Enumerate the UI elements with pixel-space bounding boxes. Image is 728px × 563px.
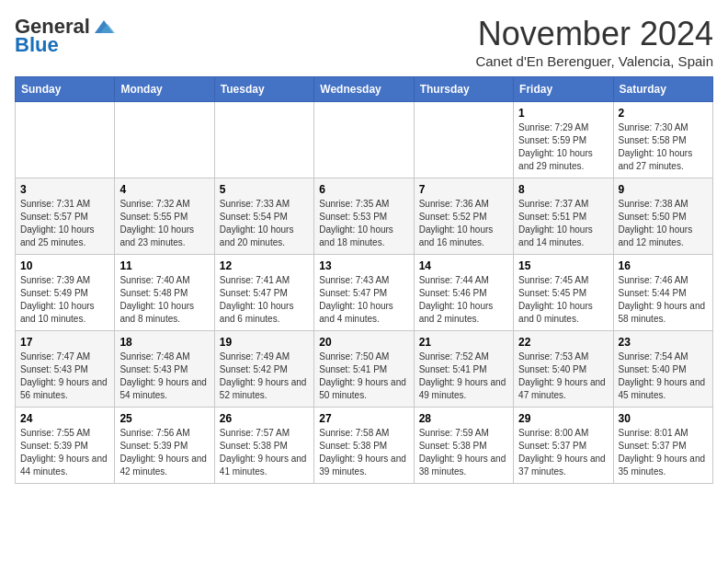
day-number: 14 (419, 259, 508, 272)
day-number: 7 (419, 183, 508, 196)
header-sunday: Sunday (16, 77, 115, 102)
title-block: November 2024 Canet d'En Berenguer, Vale… (475, 15, 713, 69)
day-info: Sunrise: 7:29 AMSunset: 5:59 PMDaylight:… (518, 122, 593, 171)
day-number: 22 (518, 336, 608, 349)
day-cell-3-3: 12Sunrise: 7:41 AMSunset: 5:47 PMDayligh… (214, 255, 313, 331)
day-cell-1-1 (16, 102, 115, 178)
day-cell-1-2 (115, 102, 214, 178)
day-info: Sunrise: 7:53 AMSunset: 5:40 PMDaylight:… (518, 351, 606, 400)
day-info: Sunrise: 8:01 AMSunset: 5:37 PMDaylight:… (619, 428, 706, 477)
day-number: 20 (319, 336, 408, 349)
day-info: Sunrise: 7:54 AMSunset: 5:40 PMDaylight:… (619, 351, 706, 400)
day-number: 2 (619, 107, 708, 120)
day-number: 17 (20, 336, 109, 349)
day-cell-3-1: 10Sunrise: 7:39 AMSunset: 5:49 PMDayligh… (16, 255, 115, 331)
header-thursday: Thursday (414, 77, 513, 102)
day-number: 21 (419, 336, 508, 349)
day-cell-4-5: 21Sunrise: 7:52 AMSunset: 5:41 PMDayligh… (414, 331, 513, 408)
day-cell-5-1: 24Sunrise: 7:55 AMSunset: 5:39 PMDayligh… (16, 408, 115, 484)
day-info: Sunrise: 7:35 AMSunset: 5:53 PMDaylight:… (319, 199, 393, 247)
day-info: Sunrise: 7:55 AMSunset: 5:39 PMDaylight:… (20, 428, 108, 477)
day-cell-1-6: 1Sunrise: 7:29 AMSunset: 5:59 PMDaylight… (514, 102, 613, 178)
header-wednesday: Wednesday (314, 77, 414, 102)
header-saturday: Saturday (613, 77, 712, 102)
day-number: 18 (119, 336, 209, 349)
day-info: Sunrise: 7:45 AMSunset: 5:45 PMDaylight:… (518, 275, 593, 324)
day-cell-3-6: 15Sunrise: 7:45 AMSunset: 5:45 PMDayligh… (514, 255, 613, 331)
day-cell-3-4: 13Sunrise: 7:43 AMSunset: 5:47 PMDayligh… (314, 255, 414, 331)
logo: General Blue (15, 15, 117, 57)
day-info: Sunrise: 7:31 AMSunset: 5:57 PMDaylight:… (20, 199, 95, 247)
logo-icon (91, 17, 117, 37)
calendar-body: 1Sunrise: 7:29 AMSunset: 5:59 PMDaylight… (16, 102, 713, 484)
week-row-2: 3Sunrise: 7:31 AMSunset: 5:57 PMDaylight… (16, 178, 713, 255)
calendar-header: Sunday Monday Tuesday Wednesday Thursday… (16, 77, 713, 102)
weekday-header-row: Sunday Monday Tuesday Wednesday Thursday… (16, 77, 713, 102)
day-number: 26 (220, 412, 309, 425)
day-cell-5-6: 29Sunrise: 8:00 AMSunset: 5:37 PMDayligh… (514, 408, 613, 484)
day-number: 24 (20, 412, 109, 425)
day-cell-3-7: 16Sunrise: 7:46 AMSunset: 5:44 PMDayligh… (613, 255, 712, 331)
day-info: Sunrise: 7:57 AMSunset: 5:38 PMDaylight:… (220, 428, 307, 477)
day-number: 9 (619, 183, 708, 196)
day-number: 23 (619, 336, 708, 349)
day-info: Sunrise: 7:38 AMSunset: 5:50 PMDaylight:… (619, 199, 693, 247)
day-info: Sunrise: 7:47 AMSunset: 5:43 PMDaylight:… (20, 351, 108, 400)
day-cell-5-5: 28Sunrise: 7:59 AMSunset: 5:38 PMDayligh… (414, 408, 513, 484)
day-info: Sunrise: 7:41 AMSunset: 5:47 PMDaylight:… (220, 275, 294, 324)
day-number: 8 (518, 183, 608, 196)
day-cell-1-4 (314, 102, 414, 178)
header-monday: Monday (115, 77, 214, 102)
week-row-4: 17Sunrise: 7:47 AMSunset: 5:43 PMDayligh… (16, 331, 713, 408)
header-friday: Friday (514, 77, 613, 102)
day-info: Sunrise: 7:46 AMSunset: 5:44 PMDaylight:… (619, 275, 706, 324)
day-info: Sunrise: 7:37 AMSunset: 5:51 PMDaylight:… (518, 199, 593, 247)
day-cell-3-5: 14Sunrise: 7:44 AMSunset: 5:46 PMDayligh… (414, 255, 513, 331)
day-number: 5 (220, 183, 309, 196)
day-cell-3-2: 11Sunrise: 7:40 AMSunset: 5:48 PMDayligh… (115, 255, 214, 331)
day-number: 19 (220, 336, 309, 349)
day-number: 13 (319, 259, 408, 272)
day-info: Sunrise: 7:48 AMSunset: 5:43 PMDaylight:… (119, 351, 207, 400)
day-number: 6 (319, 183, 408, 196)
day-number: 10 (20, 259, 109, 272)
calendar-table: Sunday Monday Tuesday Wednesday Thursday… (15, 76, 713, 484)
day-info: Sunrise: 7:30 AMSunset: 5:58 PMDaylight:… (619, 122, 693, 171)
logo-blue-text: Blue (15, 33, 59, 57)
day-info: Sunrise: 7:32 AMSunset: 5:55 PMDaylight:… (119, 199, 194, 247)
day-cell-4-3: 19Sunrise: 7:49 AMSunset: 5:42 PMDayligh… (214, 331, 313, 408)
day-cell-2-6: 8Sunrise: 7:37 AMSunset: 5:51 PMDaylight… (514, 178, 613, 255)
week-row-1: 1Sunrise: 7:29 AMSunset: 5:59 PMDaylight… (16, 102, 713, 178)
day-cell-1-7: 2Sunrise: 7:30 AMSunset: 5:58 PMDaylight… (613, 102, 712, 178)
day-number: 11 (119, 259, 209, 272)
day-number: 4 (119, 183, 209, 196)
day-number: 27 (319, 412, 408, 425)
header-tuesday: Tuesday (214, 77, 313, 102)
day-cell-4-7: 23Sunrise: 7:54 AMSunset: 5:40 PMDayligh… (613, 331, 712, 408)
day-cell-2-5: 7Sunrise: 7:36 AMSunset: 5:52 PMDaylight… (414, 178, 513, 255)
day-number: 15 (518, 259, 608, 272)
day-cell-2-3: 5Sunrise: 7:33 AMSunset: 5:54 PMDaylight… (214, 178, 313, 255)
month-title: November 2024 (475, 15, 713, 53)
day-info: Sunrise: 7:39 AMSunset: 5:49 PMDaylight:… (20, 275, 95, 324)
day-cell-1-5 (414, 102, 513, 178)
day-info: Sunrise: 7:49 AMSunset: 5:42 PMDaylight:… (220, 351, 307, 400)
day-info: Sunrise: 7:58 AMSunset: 5:38 PMDaylight:… (319, 428, 406, 477)
week-row-5: 24Sunrise: 7:55 AMSunset: 5:39 PMDayligh… (16, 408, 713, 484)
page-header: General Blue November 2024 Canet d'En Be… (15, 15, 713, 69)
day-cell-5-3: 26Sunrise: 7:57 AMSunset: 5:38 PMDayligh… (214, 408, 313, 484)
day-cell-4-2: 18Sunrise: 7:48 AMSunset: 5:43 PMDayligh… (115, 331, 214, 408)
day-number: 3 (20, 183, 109, 196)
day-cell-2-4: 6Sunrise: 7:35 AMSunset: 5:53 PMDaylight… (314, 178, 414, 255)
day-number: 16 (619, 259, 708, 272)
day-number: 29 (518, 412, 608, 425)
day-info: Sunrise: 7:59 AMSunset: 5:38 PMDaylight:… (419, 428, 506, 477)
day-info: Sunrise: 7:50 AMSunset: 5:41 PMDaylight:… (319, 351, 406, 400)
day-info: Sunrise: 7:36 AMSunset: 5:52 PMDaylight:… (419, 199, 494, 247)
day-cell-2-2: 4Sunrise: 7:32 AMSunset: 5:55 PMDaylight… (115, 178, 214, 255)
day-info: Sunrise: 7:56 AMSunset: 5:39 PMDaylight:… (119, 428, 207, 477)
day-info: Sunrise: 7:43 AMSunset: 5:47 PMDaylight:… (319, 275, 393, 324)
day-info: Sunrise: 7:40 AMSunset: 5:48 PMDaylight:… (119, 275, 194, 324)
day-cell-4-1: 17Sunrise: 7:47 AMSunset: 5:43 PMDayligh… (16, 331, 115, 408)
day-cell-4-4: 20Sunrise: 7:50 AMSunset: 5:41 PMDayligh… (314, 331, 414, 408)
